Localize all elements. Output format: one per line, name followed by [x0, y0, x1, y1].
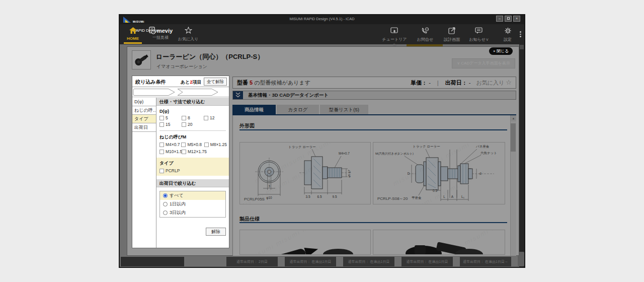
- checkbox-label: M5×0.8: [187, 142, 202, 147]
- nav-contact-label: お問合せ: [413, 37, 438, 42]
- nav-news[interactable]: お知らせ∨: [466, 27, 492, 42]
- ship-filter-header: 出荷日で絞り込む: [156, 179, 229, 187]
- progress-chevron-1: [133, 89, 175, 96]
- remaining-suffix: 項目: [192, 80, 201, 85]
- checkbox-label: M8×1.25: [210, 142, 227, 147]
- filter-title: 絞り込み条件: [135, 79, 166, 86]
- tutorial-icon: [390, 27, 398, 34]
- checkbox-icon: [159, 143, 164, 147]
- radio-1day[interactable]: 1日以内: [160, 200, 225, 208]
- checkbox-icon: [181, 143, 186, 147]
- minimize-button[interactable]: –: [496, 16, 503, 22]
- group-type-label: タイプ: [159, 160, 229, 167]
- radio-icon: [163, 202, 168, 206]
- filter-body: 仕様・寸法で絞り込む D(φ) 5 8 12 15 20 ねじの呼びM M4×0…: [156, 98, 229, 248]
- checkbox-icon: [182, 116, 186, 120]
- filter-panel: 絞り込み条件 あと2項目 全て解除 D(φ) ねじの呼… タイプ 出荷日 仕様・…: [132, 76, 229, 248]
- checkbox-m8[interactable]: M8×1.25: [204, 142, 229, 147]
- nav-meviy[interactable]: meviy 一括見積: [145, 27, 176, 40]
- filter-nav-ship[interactable]: 出荷日: [132, 123, 156, 132]
- clear-all-button[interactable]: 全て解除: [204, 78, 227, 86]
- nav-design-screen[interactable]: 設計画面: [441, 27, 463, 42]
- home-active-underline: [124, 42, 142, 44]
- checkbox-d-8[interactable]: 8: [182, 115, 204, 120]
- radio-all[interactable]: すべて: [160, 191, 225, 200]
- clear-button[interactable]: 解除: [206, 228, 226, 236]
- checkbox-label: PCRLP: [166, 168, 180, 173]
- nav-design-screen-label: 設計画面: [441, 37, 463, 42]
- checkbox-d-15[interactable]: 15: [159, 122, 182, 127]
- checkbox-icon: [204, 116, 208, 120]
- checkbox-m12[interactable]: M12×1.75: [182, 149, 205, 154]
- nav-settings-label: 設定: [497, 37, 518, 42]
- radio-label: 3日以内: [170, 209, 186, 216]
- gear-icon: [504, 27, 512, 34]
- nav-contact[interactable]: お問合せ: [413, 27, 438, 42]
- group-thread-label: ねじの呼びM: [159, 134, 229, 140]
- filter-nav-thread[interactable]: ねじの呼…: [132, 106, 156, 115]
- group-d-label: D(φ): [159, 109, 229, 114]
- nav-meviy-sublabel: 一括見積: [145, 35, 176, 40]
- radio-label: 1日以内: [170, 201, 186, 207]
- maximize-button[interactable]: [505, 16, 512, 22]
- desktop: MiSUMi RAPiD Design (V4.5.1) - iCAD MiSU…: [0, 0, 644, 282]
- checkbox-icon: [159, 169, 164, 173]
- checkbox-m4[interactable]: M4×0.7: [159, 142, 181, 147]
- nav-news-label: お知らせ∨: [466, 37, 492, 42]
- progress-chevron-2: [178, 89, 218, 96]
- star-icon: [185, 27, 192, 34]
- nav-favorites[interactable]: お気に入り: [177, 27, 199, 42]
- checkbox-m5[interactable]: M5×0.8: [181, 142, 204, 147]
- remaining-prefix: あと: [181, 80, 190, 85]
- checkbox-label: M10×1.5: [166, 149, 182, 154]
- checkbox-icon: [182, 150, 186, 154]
- checkbox-icon: [159, 150, 164, 154]
- more-menu-icon[interactable]: [520, 30, 521, 38]
- checkbox-m10[interactable]: M10×1.5: [159, 149, 182, 154]
- radio-icon-selected: [163, 193, 168, 198]
- nav-home[interactable]: HOME: [124, 27, 142, 41]
- radio-icon: [163, 210, 168, 215]
- phone-contact-icon: [421, 27, 429, 34]
- news-bubble-icon: [475, 27, 483, 34]
- checkbox-label: 12: [210, 115, 214, 120]
- window-title: MiSUMi RAPiD Design (V4.5.1) - iCAD: [120, 17, 524, 21]
- nav-meviy-label: meviy: [157, 28, 173, 34]
- checkbox-d-20[interactable]: 20: [182, 122, 204, 127]
- home-icon: [129, 27, 137, 34]
- nav-settings[interactable]: 設定: [497, 27, 518, 42]
- radio-label: すべて: [170, 192, 184, 199]
- maximize-icon: [507, 17, 510, 20]
- filter-nav: D(φ) ねじの呼… タイプ 出荷日: [132, 98, 156, 248]
- checkbox-d-5[interactable]: 5: [159, 115, 182, 120]
- checkbox-label: 8: [188, 115, 190, 120]
- filter-nav-type[interactable]: タイプ: [132, 115, 156, 123]
- checkbox-label: M4×0.7: [166, 142, 180, 147]
- filter-nav-d[interactable]: D(φ): [132, 98, 156, 106]
- spec-filter-header: 仕様・寸法で絞り込む: [156, 98, 229, 106]
- checkbox-icon: [159, 122, 164, 127]
- checkbox-icon: [159, 116, 164, 120]
- close-window-button[interactable]: ×: [513, 16, 520, 22]
- filter-progress: [132, 87, 229, 97]
- checkbox-label: 15: [166, 122, 170, 127]
- checkbox-pcrlp[interactable]: PCRLP: [159, 168, 180, 173]
- nav-favorites-label: お気に入り: [177, 36, 199, 42]
- design-screen-icon: [448, 27, 456, 34]
- type-section: タイプ PCRLP: [156, 158, 229, 176]
- divider: [159, 130, 226, 131]
- misumi-logo-icon-accent: [125, 20, 129, 23]
- filter-remaining: あと2項目: [181, 79, 201, 86]
- checkbox-icon: [204, 143, 209, 147]
- checkbox-label: 20: [188, 122, 192, 127]
- checkbox-d-12[interactable]: 12: [204, 115, 226, 120]
- ship-options: すべて 1日以内 3日以内: [159, 191, 226, 218]
- nav-home-label: HOME: [124, 36, 142, 41]
- filter-header: 絞り込み条件 あと2項目 全て解除: [132, 76, 229, 87]
- radio-3day[interactable]: 3日以内: [160, 208, 225, 217]
- checkbox-icon: [182, 122, 186, 127]
- logo-line1: MiSUMi: [133, 20, 144, 23]
- close-dialog-button[interactable]: × 閉じる: [489, 47, 513, 55]
- checkbox-label: 5: [166, 115, 168, 120]
- meviy-icon: [148, 27, 156, 34]
